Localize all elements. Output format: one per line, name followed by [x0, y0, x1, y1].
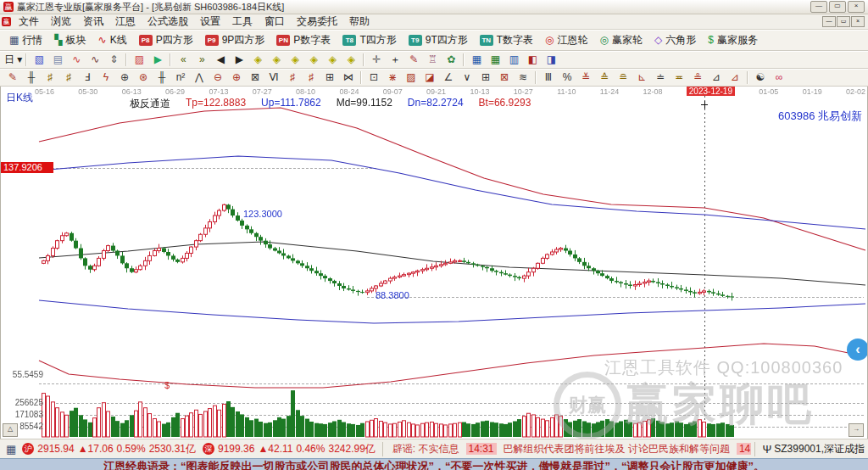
mdi-minimize-button[interactable]: —: [822, 16, 836, 27]
chat-collapse-button[interactable]: ‹: [847, 339, 868, 361]
chart-tool-icon-23[interactable]: ＋: [386, 52, 404, 67]
expand-up-button[interactable]: △: [3, 423, 18, 437]
chart-tool-icon-31[interactable]: ◧: [523, 52, 542, 67]
menu-item-工具[interactable]: 工具: [226, 14, 259, 29]
drawing-tool-icon-33[interactable]: ≙: [595, 70, 614, 85]
chart-tool-icon-5[interactable]: ∿: [86, 52, 104, 67]
drawing-tool-icon-4[interactable]: Ⅎ: [78, 70, 97, 85]
drawing-tool-icon-43[interactable]: ∞: [770, 70, 788, 85]
chart-tool-icon-13[interactable]: ◀: [211, 52, 230, 67]
drawing-tool-icon-35[interactable]: ⊾: [632, 70, 651, 85]
chart-tool-icon-3[interactable]: ▤: [48, 52, 67, 67]
drawing-tool-icon-30[interactable]: Ⅲ: [539, 70, 558, 85]
toolbar-button-winner-service[interactable]: $赢家服务: [702, 31, 764, 48]
menu-item-交易委托[interactable]: 交易委托: [291, 14, 343, 29]
chart-tool-icon-32[interactable]: ◨: [542, 52, 560, 67]
drawing-tool-icon-21[interactable]: ⋇: [383, 70, 402, 85]
drawing-tool-icon-12[interactable]: ⊕: [227, 70, 246, 85]
toolbar-button-t-square[interactable]: T8T四方形: [337, 31, 402, 48]
toolbar-button-sectors[interactable]: ▚板块: [48, 31, 92, 48]
chart-tool-icon-29[interactable]: ▦: [486, 52, 504, 67]
toolbar-button-p-table[interactable]: PNP数字表: [270, 31, 337, 48]
drawing-tool-icon-40[interactable]: ⊿: [726, 70, 744, 85]
chart-tool-icon-26[interactable]: ✿: [442, 52, 460, 67]
drawing-tool-icon-31[interactable]: %: [558, 70, 576, 85]
menu-item-浏览[interactable]: 浏览: [45, 14, 77, 29]
close-button[interactable]: ×: [848, 1, 865, 13]
market-grid-icon[interactable]: ▦: [6, 443, 16, 456]
menu-item-公式选股[interactable]: 公式选股: [142, 14, 194, 29]
chart-tool-icon-12[interactable]: »: [192, 52, 211, 67]
drawing-tool-icon-3[interactable]: ♯: [59, 70, 78, 85]
drawing-tool-icon-36[interactable]: ≐: [651, 70, 670, 85]
chart-tool-icon-11[interactable]: «: [174, 52, 192, 67]
chart-tool-icon-16[interactable]: ◈: [267, 52, 286, 67]
chart-tool-icon-4[interactable]: ∿: [67, 52, 86, 67]
drawing-tool-icon-0[interactable]: ✎: [3, 70, 22, 85]
mdi-restore-button[interactable]: ▭: [837, 16, 850, 27]
drawing-tool-icon-34[interactable]: ≘: [614, 70, 632, 85]
chart-tool-icon-18[interactable]: ◈: [304, 52, 323, 67]
drawing-tool-icon-13[interactable]: ⊠: [246, 70, 264, 85]
toolbar-button-9p-square[interactable]: P99P四方形: [199, 31, 271, 48]
drawing-tool-icon-18[interactable]: ⋈: [339, 70, 358, 85]
drawing-tool-icon-22[interactable]: ▨: [402, 70, 420, 85]
drawing-tool-icon-16[interactable]: ♯: [302, 70, 320, 85]
chart-tool-icon-22[interactable]: ✛: [367, 52, 386, 67]
drawing-tool-icon-1[interactable]: ╫: [22, 70, 41, 85]
scroll-right-button[interactable]: →: [849, 423, 864, 437]
drawing-tool-icon-8[interactable]: ╫: [153, 70, 171, 85]
menu-item-窗口[interactable]: 窗口: [259, 14, 291, 29]
toolbar-button-gann-wheel[interactable]: ◎江恩轮: [539, 31, 593, 48]
drawing-tool-icon-20[interactable]: ⊡: [364, 70, 383, 85]
chart-tool-icon-0[interactable]: 日 ▾: [3, 52, 23, 67]
chart-tool-icon-24[interactable]: ✎: [404, 52, 423, 67]
chart-tool-icon-14[interactable]: ▶: [230, 52, 248, 67]
chart-tool-icon-19[interactable]: ◈: [323, 52, 342, 67]
drawing-tool-icon-25[interactable]: ∨: [458, 70, 476, 85]
drawing-tool-icon-15[interactable]: ♯: [283, 70, 302, 85]
drawing-tool-icon-14[interactable]: Ⅵ: [264, 70, 283, 85]
drawing-tool-icon-10[interactable]: ⋀: [190, 70, 209, 85]
chart-tool-icon-20[interactable]: ◈: [342, 52, 360, 67]
drawing-tool-icon-6[interactable]: ⊕: [115, 70, 134, 85]
chart-tool-icon-28[interactable]: ▦: [467, 52, 486, 67]
toolbar-button-kline[interactable]: ∿K线: [92, 31, 133, 48]
drawing-tool-icon-17[interactable]: ⊞: [320, 70, 339, 85]
chart-tool-icon-15[interactable]: ◈: [248, 52, 267, 67]
drawing-tool-icon-39[interactable]: ⊿: [707, 70, 726, 85]
toolbar-button-p-square[interactable]: P8P四方形: [133, 31, 199, 48]
drawing-tool-icon-7[interactable]: ⊛: [134, 70, 153, 85]
drawing-tool-icon-11[interactable]: ⊖: [209, 70, 227, 85]
drawing-tool-icon-26[interactable]: ⊞: [476, 70, 495, 85]
minimize-button[interactable]: —: [810, 1, 827, 13]
chart-tool-icon-2[interactable]: ▧: [30, 52, 48, 67]
drawing-tool-icon-9[interactable]: n²: [171, 70, 190, 85]
chart-tool-icon-30[interactable]: ▥: [504, 52, 523, 67]
toolbar-button-winner-wheel[interactable]: ◎赢家轮: [594, 31, 648, 48]
drawing-tool-icon-42[interactable]: ☯: [751, 70, 770, 85]
menu-item-江恩[interactable]: 江恩: [109, 14, 142, 29]
toolbar-button-hexagon[interactable]: ◇六角形: [648, 31, 702, 48]
drawing-tool-icon-24[interactable]: ∠: [439, 70, 458, 85]
chart-tool-icon-8[interactable]: ▨: [130, 52, 148, 67]
toolbar-button-9t-square[interactable]: T99T四方形: [403, 31, 474, 48]
menu-item-资讯[interactable]: 资讯: [77, 14, 109, 29]
chart-tool-icon-17[interactable]: ◈: [286, 52, 304, 67]
menu-item-设置[interactable]: 设置: [194, 14, 226, 29]
drawing-tool-icon-2[interactable]: ♯: [41, 70, 59, 85]
drawing-tool-icon-37[interactable]: ≖: [670, 70, 688, 85]
mdi-close-button[interactable]: ×: [851, 16, 865, 27]
toolbar-button-quotes[interactable]: ▦行情: [3, 31, 48, 48]
drawing-tool-icon-5[interactable]: ϟ: [97, 70, 115, 85]
chart-tool-icon-9[interactable]: ▶: [148, 52, 167, 67]
drawing-tool-icon-27[interactable]: ⊠: [495, 70, 514, 85]
maximize-button[interactable]: ▭: [829, 1, 846, 13]
drawing-tool-icon-38[interactable]: ≗: [688, 70, 707, 85]
toolbar-button-t-table[interactable]: TNT数字表: [474, 31, 539, 48]
chart-tool-icon-6[interactable]: ⇕: [104, 52, 123, 67]
drawing-tool-icon-28[interactable]: ≋: [514, 70, 532, 85]
drawing-tool-icon-23[interactable]: ◪: [420, 70, 439, 85]
menu-item-文件[interactable]: 文件: [13, 14, 45, 29]
menu-item-帮助[interactable]: 帮助: [343, 14, 376, 29]
